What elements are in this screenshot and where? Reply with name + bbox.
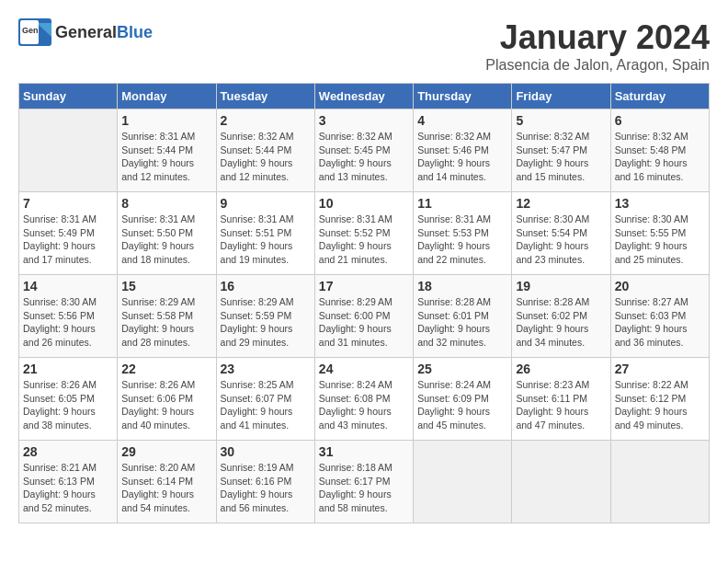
- day-number: 25: [417, 362, 507, 376]
- day-number: 10: [319, 196, 409, 211]
- calendar-cell: 5Sunrise: 8:32 AMSunset: 5:47 PMDaylight…: [512, 109, 610, 192]
- day-info: Sunrise: 8:25 AMSunset: 6:07 PMDaylight:…: [221, 378, 311, 432]
- day-number: 13: [615, 196, 705, 211]
- day-number: 31: [319, 444, 409, 459]
- calendar-cell: [19, 109, 118, 192]
- day-header-thursday: Thursday: [414, 84, 512, 109]
- day-number: 16: [221, 279, 311, 293]
- logo-icon: Gen: [18, 18, 51, 46]
- calendar-cell: 27Sunrise: 8:22 AMSunset: 6:12 PMDayligh…: [610, 358, 709, 441]
- day-info: Sunrise: 8:30 AMSunset: 5:56 PMDaylight:…: [23, 295, 113, 350]
- day-number: 22: [121, 362, 211, 376]
- day-header-monday: Monday: [118, 84, 216, 109]
- week-row-4: 28Sunrise: 8:21 AMSunset: 6:13 PMDayligh…: [19, 441, 710, 523]
- week-row-2: 14Sunrise: 8:30 AMSunset: 5:56 PMDayligh…: [19, 275, 710, 358]
- calendar-cell: 25Sunrise: 8:24 AMSunset: 6:09 PMDayligh…: [414, 358, 512, 441]
- day-info: Sunrise: 8:31 AMSunset: 5:51 PMDaylight:…: [221, 213, 311, 267]
- day-info: Sunrise: 8:32 AMSunset: 5:45 PMDaylight:…: [319, 130, 409, 184]
- calendar-cell: 23Sunrise: 8:25 AMSunset: 6:07 PMDayligh…: [216, 358, 314, 441]
- calendar-cell: 24Sunrise: 8:24 AMSunset: 6:08 PMDayligh…: [314, 358, 413, 441]
- day-header-saturday: Saturday: [610, 84, 709, 109]
- day-number: 30: [221, 444, 311, 459]
- day-number: 11: [417, 196, 507, 211]
- calendar-cell: 6Sunrise: 8:32 AMSunset: 5:48 PMDaylight…: [610, 109, 709, 192]
- month-title: January 2024: [485, 18, 710, 57]
- day-number: 4: [417, 113, 507, 128]
- day-info: Sunrise: 8:31 AMSunset: 5:52 PMDaylight:…: [319, 213, 409, 267]
- calendar-cell: 14Sunrise: 8:30 AMSunset: 5:56 PMDayligh…: [19, 275, 118, 358]
- title-section: January 2024 Plasencia de Jalon, Aragon,…: [485, 18, 710, 74]
- day-number: 15: [121, 279, 211, 293]
- day-number: 5: [516, 113, 606, 128]
- day-info: Sunrise: 8:30 AMSunset: 5:55 PMDaylight:…: [615, 213, 705, 267]
- day-header-wednesday: Wednesday: [314, 84, 413, 109]
- calendar-cell: 30Sunrise: 8:19 AMSunset: 6:16 PMDayligh…: [216, 441, 314, 523]
- logo-general: General: [55, 23, 117, 41]
- day-info: Sunrise: 8:18 AMSunset: 6:17 PMDaylight:…: [319, 461, 409, 515]
- day-number: 24: [319, 362, 409, 376]
- day-info: Sunrise: 8:26 AMSunset: 6:05 PMDaylight:…: [23, 378, 113, 432]
- day-info: Sunrise: 8:31 AMSunset: 5:49 PMDaylight:…: [23, 213, 113, 267]
- day-info: Sunrise: 8:31 AMSunset: 5:44 PMDaylight:…: [121, 130, 211, 184]
- day-header-sunday: Sunday: [19, 84, 118, 109]
- calendar-cell: 26Sunrise: 8:23 AMSunset: 6:11 PMDayligh…: [512, 358, 610, 441]
- day-info: Sunrise: 8:28 AMSunset: 6:01 PMDaylight:…: [417, 295, 507, 350]
- day-number: 17: [319, 279, 409, 293]
- day-number: 18: [417, 279, 507, 293]
- day-info: Sunrise: 8:32 AMSunset: 5:47 PMDaylight:…: [516, 130, 606, 184]
- day-number: 29: [121, 444, 211, 459]
- logo: Gen GeneralBlue: [18, 18, 153, 46]
- day-number: 21: [23, 362, 113, 376]
- calendar-cell: 29Sunrise: 8:20 AMSunset: 6:14 PMDayligh…: [118, 441, 216, 523]
- location-title: Plasencia de Jalon, Aragon, Spain: [485, 57, 710, 74]
- header: Gen GeneralBlue January 2024 Plasencia d…: [18, 18, 710, 74]
- logo-blue: Blue: [117, 23, 153, 41]
- day-info: Sunrise: 8:19 AMSunset: 6:16 PMDaylight:…: [221, 461, 311, 515]
- calendar-cell: 10Sunrise: 8:31 AMSunset: 5:52 PMDayligh…: [314, 192, 413, 275]
- day-info: Sunrise: 8:21 AMSunset: 6:13 PMDaylight:…: [23, 461, 113, 515]
- calendar-cell: 9Sunrise: 8:31 AMSunset: 5:51 PMDaylight…: [216, 192, 314, 275]
- calendar-cell: 20Sunrise: 8:27 AMSunset: 6:03 PMDayligh…: [610, 275, 709, 358]
- day-number: 1: [121, 113, 211, 128]
- week-row-3: 21Sunrise: 8:26 AMSunset: 6:05 PMDayligh…: [19, 358, 710, 441]
- calendar-cell: 12Sunrise: 8:30 AMSunset: 5:54 PMDayligh…: [512, 192, 610, 275]
- calendar-cell: 2Sunrise: 8:32 AMSunset: 5:44 PMDaylight…: [216, 109, 314, 192]
- day-number: 3: [319, 113, 409, 128]
- logo-text: GeneralBlue: [55, 23, 153, 42]
- calendar-cell: 13Sunrise: 8:30 AMSunset: 5:55 PMDayligh…: [610, 192, 709, 275]
- calendar-cell: 11Sunrise: 8:31 AMSunset: 5:53 PMDayligh…: [414, 192, 512, 275]
- day-info: Sunrise: 8:30 AMSunset: 5:54 PMDaylight:…: [516, 213, 606, 267]
- day-info: Sunrise: 8:32 AMSunset: 5:44 PMDaylight:…: [221, 130, 311, 184]
- day-info: Sunrise: 8:28 AMSunset: 6:02 PMDaylight:…: [516, 295, 606, 350]
- day-number: 28: [23, 444, 113, 459]
- day-info: Sunrise: 8:24 AMSunset: 6:09 PMDaylight:…: [417, 378, 507, 432]
- calendar-cell: 4Sunrise: 8:32 AMSunset: 5:46 PMDaylight…: [414, 109, 512, 192]
- calendar-cell: [414, 441, 512, 523]
- day-info: Sunrise: 8:20 AMSunset: 6:14 PMDaylight:…: [121, 461, 211, 515]
- day-info: Sunrise: 8:29 AMSunset: 5:59 PMDaylight:…: [221, 295, 311, 350]
- day-number: 19: [516, 279, 606, 293]
- calendar-cell: 31Sunrise: 8:18 AMSunset: 6:17 PMDayligh…: [314, 441, 413, 523]
- svg-text:Gen: Gen: [22, 26, 39, 35]
- calendar-cell: 17Sunrise: 8:29 AMSunset: 6:00 PMDayligh…: [314, 275, 413, 358]
- day-number: 26: [516, 362, 606, 376]
- day-info: Sunrise: 8:24 AMSunset: 6:08 PMDaylight:…: [319, 378, 409, 432]
- day-number: 6: [615, 113, 705, 128]
- day-info: Sunrise: 8:32 AMSunset: 5:46 PMDaylight:…: [417, 130, 507, 184]
- calendar-cell: 18Sunrise: 8:28 AMSunset: 6:01 PMDayligh…: [414, 275, 512, 358]
- day-number: 23: [221, 362, 311, 376]
- week-row-1: 7Sunrise: 8:31 AMSunset: 5:49 PMDaylight…: [19, 192, 710, 275]
- calendar-cell: 3Sunrise: 8:32 AMSunset: 5:45 PMDaylight…: [314, 109, 413, 192]
- day-info: Sunrise: 8:26 AMSunset: 6:06 PMDaylight:…: [121, 378, 211, 432]
- day-number: 12: [516, 196, 606, 211]
- calendar-cell: 28Sunrise: 8:21 AMSunset: 6:13 PMDayligh…: [19, 441, 118, 523]
- day-info: Sunrise: 8:22 AMSunset: 6:12 PMDaylight:…: [615, 378, 705, 432]
- calendar-cell: 7Sunrise: 8:31 AMSunset: 5:49 PMDaylight…: [19, 192, 118, 275]
- day-info: Sunrise: 8:27 AMSunset: 6:03 PMDaylight:…: [615, 295, 705, 350]
- calendar-table: SundayMondayTuesdayWednesdayThursdayFrid…: [18, 83, 710, 523]
- day-header-tuesday: Tuesday: [216, 84, 314, 109]
- day-number: 7: [23, 196, 113, 211]
- day-info: Sunrise: 8:29 AMSunset: 5:58 PMDaylight:…: [121, 295, 211, 350]
- day-number: 9: [221, 196, 311, 211]
- calendar-cell: 21Sunrise: 8:26 AMSunset: 6:05 PMDayligh…: [19, 358, 118, 441]
